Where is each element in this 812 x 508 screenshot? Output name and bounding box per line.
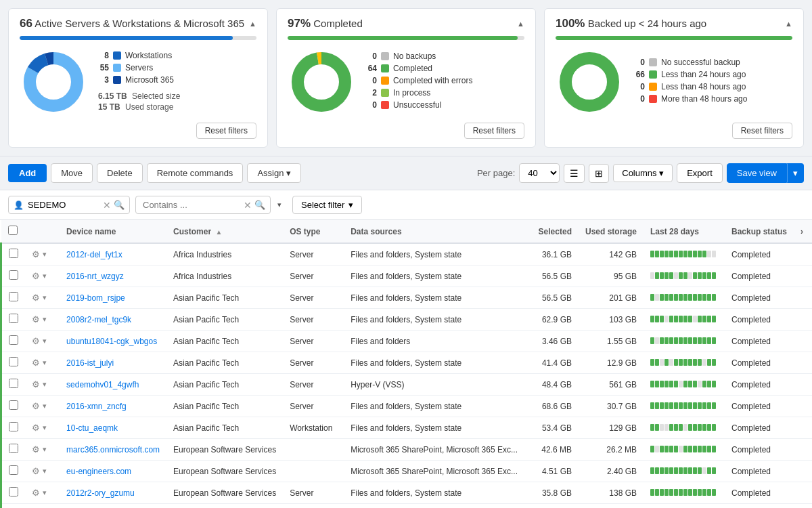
backup-donut-svg	[288, 48, 355, 116]
row-expand-icon[interactable]: ▾	[43, 445, 47, 454]
row-os-cell: Server	[283, 243, 344, 266]
row-device-cell: eu-engineers.com	[60, 461, 166, 482]
device-link[interactable]: 10-ctu_aeqmk	[66, 423, 118, 433]
remote-commands-button[interactable]: Remote commands	[147, 163, 244, 183]
contains-search-icon[interactable]: 🔍	[254, 200, 265, 210]
export-button[interactable]: Export	[677, 163, 723, 183]
row-expand-icon[interactable]: ▾	[43, 467, 47, 475]
th-nav[interactable]: ›	[794, 220, 812, 243]
contains-clear-icon[interactable]: ✕	[244, 200, 252, 211]
backup-reset-button[interactable]: Reset filters	[464, 123, 524, 139]
row-last28-cell	[644, 243, 725, 266]
row-gear-icon[interactable]: ⚙	[32, 444, 40, 454]
backup-collapse-icon[interactable]: ▲	[517, 20, 524, 28]
row-datasources-cell: Hyper-V (VSS)	[344, 374, 524, 396]
device-link[interactable]: eu-engineers.com	[66, 467, 131, 476]
row-checkbox[interactable]	[9, 357, 18, 366]
servers-reset-button[interactable]: Reset filters	[196, 123, 256, 139]
row-checkbox[interactable]	[9, 487, 18, 496]
assign-button[interactable]: Assign ▾	[247, 163, 301, 183]
th-status[interactable]: Backup status	[725, 220, 794, 243]
row-expand-icon[interactable]: ▾	[43, 380, 47, 389]
save-view-dropdown[interactable]: ▾	[787, 163, 804, 183]
row-gear-icon[interactable]: ⚙	[32, 358, 40, 368]
th-actions	[25, 220, 60, 243]
row-device-cell: 2019-bom_rsjpe	[60, 287, 166, 309]
row-checkbox[interactable]	[9, 292, 18, 301]
select-filter-button[interactable]: Select filter ▾	[292, 196, 362, 214]
row-checkbox-cell	[1, 374, 26, 396]
row-gear-icon[interactable]: ⚙	[32, 293, 40, 303]
row-gear-icon[interactable]: ⚙	[32, 249, 40, 259]
row-expand-icon[interactable]: ▾	[43, 315, 47, 324]
list-view-button[interactable]: ☰	[564, 164, 585, 183]
contains-dropdown-icon[interactable]: ▾	[277, 200, 281, 209]
row-datasources-cell: Microsoft 365 SharePoint, Microsoft 365 …	[344, 461, 524, 482]
row-expand-icon[interactable]: ▾	[43, 293, 47, 302]
device-link[interactable]: sedemohv01_4gwfh	[66, 380, 139, 389]
row-expand-icon[interactable]: ▾	[43, 337, 47, 345]
device-link[interactable]: 2016-xmn_zncfg	[66, 402, 127, 411]
row-expand-icon[interactable]: ▾	[43, 358, 47, 367]
row-checkbox[interactable]	[9, 465, 18, 475]
device-link[interactable]: marc365.onmicrosoft.com	[66, 445, 160, 454]
row-checkbox[interactable]	[9, 335, 18, 345]
org-filter-search-icon[interactable]: 🔍	[114, 200, 125, 210]
row-gear-icon[interactable]: ⚙	[32, 423, 40, 433]
device-link[interactable]: 2019-bom_rsjpe	[66, 293, 125, 303]
grid-view-button[interactable]: ⊞	[589, 164, 609, 183]
move-button[interactable]: Move	[51, 163, 93, 183]
row-gear-icon[interactable]: ⚙	[32, 401, 40, 411]
row-checkbox[interactable]	[9, 314, 18, 323]
device-link[interactable]: 2012r2-ory_gzumu	[66, 488, 135, 498]
device-link[interactable]: 2012r-del_fyt1x	[66, 250, 122, 259]
th-os[interactable]: OS type	[283, 220, 344, 243]
th-last28[interactable]: Last 28 days	[644, 220, 725, 243]
row-gear-icon[interactable]: ⚙	[32, 379, 40, 389]
row-checkbox[interactable]	[9, 444, 18, 453]
mini-bar	[650, 294, 654, 301]
servers-collapse-icon[interactable]: ▲	[249, 20, 256, 28]
servers-panel-footer: Reset filters	[20, 123, 256, 139]
row-gear-icon[interactable]: ⚙	[32, 314, 40, 324]
th-customer[interactable]: Customer ▲	[166, 220, 283, 243]
org-filter-clear-icon[interactable]: ✕	[103, 200, 111, 211]
row-gear-icon[interactable]: ⚙	[32, 336, 40, 346]
device-link[interactable]: 2016-ist_julyi	[66, 358, 114, 368]
device-link[interactable]: 2008r2-mel_tgc9k	[66, 315, 131, 324]
save-view-button[interactable]: Save view	[727, 163, 787, 183]
row-expand-icon[interactable]: ▾	[43, 423, 47, 432]
status-reset-button[interactable]: Reset filters	[732, 123, 792, 139]
select-all-checkbox[interactable]	[8, 226, 18, 235]
th-used[interactable]: Used storage	[579, 220, 644, 243]
row-checkbox[interactable]	[9, 249, 18, 258]
row-gear-icon[interactable]: ⚙	[32, 466, 40, 476]
row-expand-icon[interactable]: ▾	[43, 250, 47, 259]
add-button[interactable]: Add	[8, 164, 47, 182]
mini-bar	[698, 381, 702, 387]
columns-button[interactable]: Columns ▾	[613, 164, 673, 182]
th-device[interactable]: Device name	[60, 220, 166, 243]
row-checkbox[interactable]	[9, 422, 18, 431]
mini-bar	[674, 337, 678, 344]
mini-bar	[669, 316, 673, 322]
org-filter-input[interactable]	[8, 196, 130, 214]
row-expand-icon[interactable]: ▾	[43, 272, 47, 280]
th-selected[interactable]: Selected	[524, 220, 579, 243]
row-gear-icon[interactable]: ⚙	[32, 488, 40, 498]
row-checkbox[interactable]	[9, 270, 18, 280]
row-expand-icon[interactable]: ▾	[43, 488, 47, 497]
mini-bar	[679, 316, 683, 322]
mini-bar	[650, 272, 654, 279]
status-collapse-icon[interactable]: ▲	[785, 20, 792, 28]
th-datasources[interactable]: Data sources	[344, 220, 524, 243]
device-link[interactable]: ubuntu18041-cgk_wbgos	[66, 337, 157, 346]
row-gear-icon[interactable]: ⚙	[32, 271, 40, 281]
per-page-select[interactable]: 40 20 100	[519, 163, 560, 183]
device-link[interactable]: 2016-nrt_wzgyz	[66, 272, 124, 281]
row-checkbox[interactable]	[9, 400, 18, 410]
row-expand-icon[interactable]: ▾	[43, 402, 47, 410]
row-checkbox[interactable]	[9, 379, 18, 388]
delete-button[interactable]: Delete	[97, 163, 143, 183]
row-customer-cell: European Software Services	[166, 482, 283, 504]
